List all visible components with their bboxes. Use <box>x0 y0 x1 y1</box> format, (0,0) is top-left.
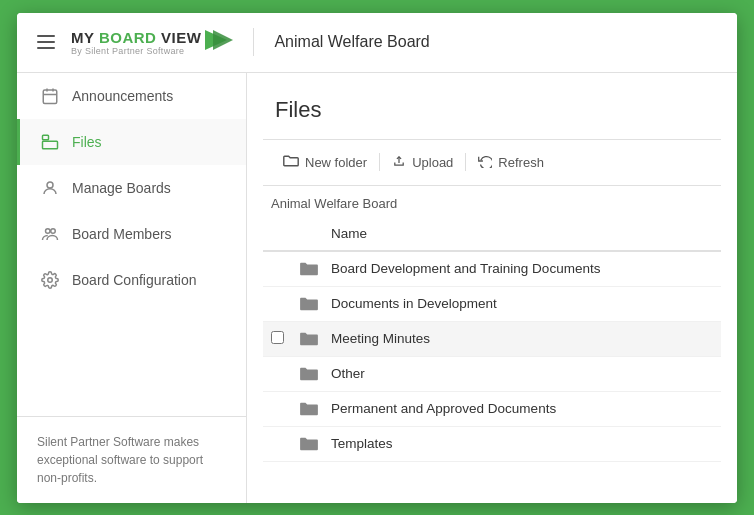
table-row[interactable]: Other <box>263 357 721 392</box>
file-name: Permanent and Approved Documents <box>331 401 713 416</box>
svg-point-8 <box>47 182 53 188</box>
manage-boards-icon <box>40 178 60 198</box>
table-row[interactable]: Permanent and Approved Documents <box>263 392 721 427</box>
logo-arrow-icon <box>205 28 233 56</box>
folder-icon <box>299 366 331 382</box>
sidebar-item-board-members[interactable]: Board Members <box>17 211 246 257</box>
calendar-icon <box>40 86 60 106</box>
sidebar-item-board-configuration-label: Board Configuration <box>72 272 197 288</box>
sidebar-item-manage-boards[interactable]: Manage Boards <box>17 165 246 211</box>
upload-label: Upload <box>412 155 453 170</box>
sidebar-footer: Silent Partner Software makes exceptiona… <box>17 416 246 503</box>
svg-point-10 <box>51 228 56 233</box>
column-header-row: Name <box>263 217 721 252</box>
table-row[interactable]: Meeting Minutes <box>263 322 721 357</box>
svg-point-9 <box>46 228 51 233</box>
sidebar-nav: Announcements Files <box>17 73 246 416</box>
new-folder-label: New folder <box>305 155 367 170</box>
page-title: Files <box>247 73 737 139</box>
upload-button[interactable]: Upload <box>380 150 465 175</box>
hamburger-menu-button[interactable] <box>33 31 59 53</box>
table-row[interactable]: Templates <box>263 427 721 462</box>
table-row[interactable]: Board Development and Training Documents <box>263 252 721 287</box>
sidebar-item-board-members-label: Board Members <box>72 226 172 242</box>
svg-rect-2 <box>43 90 57 104</box>
main-content: Files New folder <box>247 73 737 503</box>
files-icon <box>40 132 60 152</box>
logo-area: MY BOARD VIEW By Silent Partner Software <box>71 28 254 56</box>
upload-icon <box>392 154 406 171</box>
new-folder-icon <box>283 154 299 171</box>
file-table-area: Animal Welfare Board Name Board Devel <box>247 186 737 503</box>
file-name: Documents in Development <box>331 296 713 311</box>
sidebar-footer-text: Silent Partner Software makes exceptiona… <box>37 435 203 485</box>
file-name: Board Development and Training Documents <box>331 261 713 276</box>
sidebar-item-files[interactable]: Files <box>17 119 246 165</box>
logo-view: VIEW <box>156 29 201 46</box>
svg-rect-6 <box>43 135 49 140</box>
file-name: Other <box>331 366 713 381</box>
folder-icon <box>299 401 331 417</box>
sidebar-item-files-label: Files <box>72 134 102 150</box>
logo-my: MY <box>71 29 94 46</box>
header: MY BOARD VIEW By Silent Partner Software… <box>17 13 737 73</box>
app-window: MY BOARD VIEW By Silent Partner Software… <box>17 13 737 503</box>
logo-board: BOARD <box>94 29 156 46</box>
body-area: Announcements Files <box>17 73 737 503</box>
folder-group-label: Animal Welfare Board <box>263 186 721 217</box>
svg-rect-7 <box>43 141 58 149</box>
sidebar-item-manage-boards-label: Manage Boards <box>72 180 171 196</box>
table-row[interactable]: Documents in Development <box>263 287 721 322</box>
refresh-button[interactable]: Refresh <box>466 150 556 175</box>
board-title: Animal Welfare Board <box>274 33 429 51</box>
refresh-icon <box>478 154 492 171</box>
svg-marker-1 <box>213 30 233 50</box>
logo-main: MY BOARD VIEW <box>71 29 201 46</box>
file-name: Templates <box>331 436 713 451</box>
folder-icon <box>299 331 331 347</box>
row-checkbox[interactable] <box>271 331 284 344</box>
logo-text: MY BOARD VIEW By Silent Partner Software <box>71 29 201 56</box>
toolbar: New folder Upload <box>263 139 721 186</box>
board-members-icon <box>40 224 60 244</box>
sidebar-item-board-configuration[interactable]: Board Configuration <box>17 257 246 303</box>
folder-icon <box>299 436 331 452</box>
name-column-header: Name <box>331 226 713 241</box>
new-folder-button[interactable]: New folder <box>279 150 379 175</box>
svg-point-11 <box>48 277 53 282</box>
folder-icon <box>299 296 331 312</box>
folder-icon <box>299 261 331 277</box>
sidebar: Announcements Files <box>17 73 247 503</box>
sidebar-item-announcements[interactable]: Announcements <box>17 73 246 119</box>
refresh-label: Refresh <box>498 155 544 170</box>
file-name: Meeting Minutes <box>331 331 713 346</box>
row-checkbox-area[interactable] <box>271 331 299 347</box>
settings-icon <box>40 270 60 290</box>
logo-sub: By Silent Partner Software <box>71 46 201 56</box>
sidebar-item-announcements-label: Announcements <box>72 88 173 104</box>
